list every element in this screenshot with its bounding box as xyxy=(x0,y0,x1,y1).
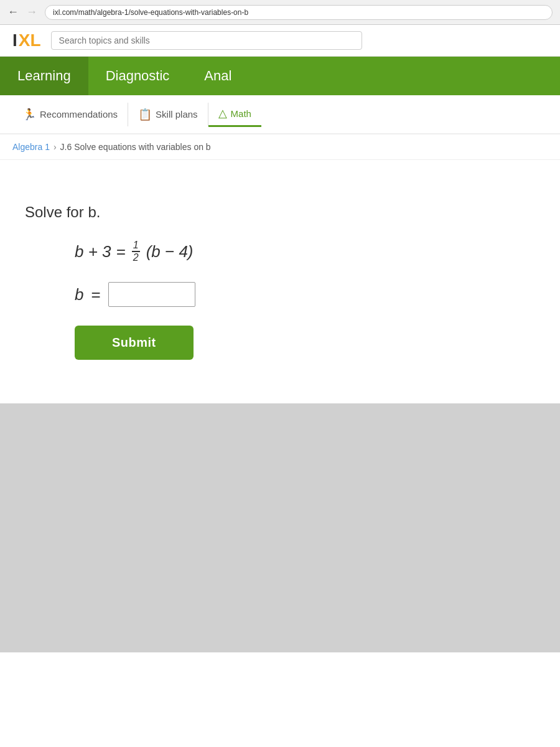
equation-lhs: b + 3 xyxy=(75,242,111,261)
answer-input[interactable] xyxy=(108,282,195,307)
subnav-math[interactable]: △ Math xyxy=(208,101,261,127)
logo-pipe: I xyxy=(12,32,17,49)
equation-rhs: (b − 4) xyxy=(146,242,194,261)
url-bar[interactable]: ixl.com/math/algebra-1/solve-equations-w… xyxy=(45,5,553,20)
breadcrumb-separator: › xyxy=(54,142,57,152)
equation-equals: = xyxy=(116,242,126,261)
skill-plans-icon: 📋 xyxy=(138,108,152,121)
fraction-numerator: 1 xyxy=(132,240,140,252)
breadcrumb-parent[interactable]: Algebra 1 xyxy=(12,142,50,152)
answer-label: b xyxy=(75,285,83,304)
search-box[interactable] xyxy=(51,31,362,50)
page-wrapper: I XL Learning Diagnostic Anal 🏃 Recommen… xyxy=(0,25,560,747)
nav-analytics[interactable]: Anal xyxy=(187,57,249,95)
top-header: I XL xyxy=(0,25,560,57)
breadcrumb: Algebra 1 › J.6 Solve equations with var… xyxy=(0,134,560,160)
answer-row: b = xyxy=(25,282,535,307)
nav-learning[interactable]: Learning xyxy=(0,57,88,95)
browser-bar: ← → ixl.com/math/algebra-1/solve-equatio… xyxy=(0,0,560,25)
subnav-skill-plans[interactable]: 📋 Skill plans xyxy=(128,103,208,126)
sub-nav: 🏃 Recommendations 📋 Skill plans △ Math xyxy=(0,95,560,134)
equation-display: b + 3 = 1 2 (b − 4) xyxy=(25,240,535,263)
breadcrumb-current: J.6 Solve equations with variables on b xyxy=(60,142,211,152)
nav-diagnostic[interactable]: Diagnostic xyxy=(88,57,187,95)
problem-area: Solve for b. b + 3 = 1 2 (b − 4) b = Sub… xyxy=(12,185,548,378)
subnav-recommendations[interactable]: 🏃 Recommendations xyxy=(12,103,128,126)
lower-area xyxy=(0,403,560,652)
fraction-denominator: 2 xyxy=(132,252,140,263)
forward-button[interactable]: → xyxy=(26,6,37,19)
problem-title: Solve for b. xyxy=(25,204,535,221)
submit-button[interactable]: Submit xyxy=(75,326,194,360)
main-content: Solve for b. b + 3 = 1 2 (b − 4) b = Sub… xyxy=(0,160,560,403)
recommendations-icon: 🏃 xyxy=(22,108,36,121)
logo-xl: XL xyxy=(19,32,41,49)
fraction: 1 2 xyxy=(132,240,140,263)
search-input[interactable] xyxy=(59,35,354,45)
logo: I XL xyxy=(12,32,41,49)
nav-bar: Learning Diagnostic Anal xyxy=(0,57,560,95)
answer-equals-sign: = xyxy=(91,285,100,304)
math-icon: △ xyxy=(218,106,227,120)
back-button[interactable]: ← xyxy=(7,6,19,19)
